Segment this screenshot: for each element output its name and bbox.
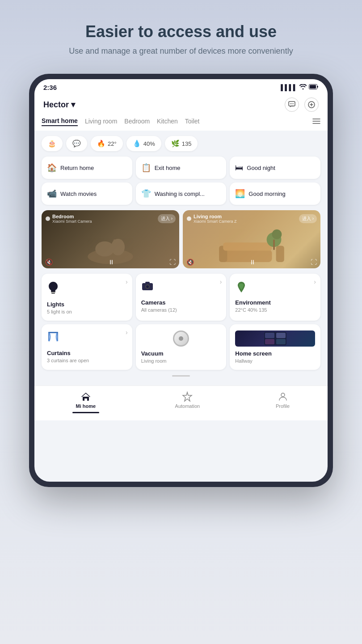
device-home-screen[interactable]: Home screen Hallway — [230, 324, 320, 370]
curtains-status: 3 curtains are open — [47, 358, 127, 363]
stat-chip-air[interactable]: 🌿 135 — [165, 136, 198, 151]
watch-movies-label: Watch movies — [60, 191, 97, 197]
tab-toilet[interactable]: Toilet — [185, 118, 200, 126]
curtains-icon — [47, 330, 127, 346]
svg-rect-21 — [51, 292, 55, 292]
stat-chip-cake[interactable]: 🎂 — [42, 136, 63, 151]
shortcut-watch-movies[interactable]: 📹 Watch movies — [42, 182, 132, 205]
main-content: 🎂 💬 🔥 22° 💧 40% 🌿 135 — [34, 131, 328, 386]
air-value: 135 — [182, 140, 192, 147]
devices-grid: › Lights 5 light is on › — [42, 274, 320, 370]
homescreen-thumbnail — [235, 330, 315, 347]
svg-rect-26 — [145, 282, 150, 284]
humidity-value: 40% — [143, 140, 155, 147]
svg-rect-17 — [223, 242, 272, 250]
nav-mi-home[interactable]: Mi home — [72, 391, 99, 413]
return-home-icon: 🏠 — [47, 163, 57, 173]
svg-rect-22 — [51, 293, 55, 294]
svg-rect-20 — [273, 240, 275, 250]
cameras-status: All cameras (12) — [141, 307, 221, 313]
camera-bedroom-sub: Xiaomi Smart Camera — [52, 219, 92, 224]
device-lights[interactable]: › Lights 5 light is on — [42, 274, 132, 321]
camera-living-enter[interactable]: 进入 › — [299, 214, 317, 223]
stat-chip-bubble[interactable]: 💬 — [66, 136, 87, 151]
good-morning-icon: 🌅 — [235, 189, 245, 199]
header-actions — [285, 97, 319, 112]
washing-icon: 👕 — [141, 189, 151, 199]
exit-home-icon: 📋 — [141, 163, 151, 173]
device-vacuum[interactable]: Vacuum Living room — [136, 324, 227, 370]
status-time: 2:36 — [43, 84, 57, 91]
lights-status: 5 light is on — [47, 309, 127, 314]
curtains-name: Curtains — [47, 350, 127, 356]
svg-point-5 — [293, 103, 294, 104]
return-home-label: Return home — [60, 165, 94, 171]
phone-screen: 2:36 ▌▌▌▌ Hecto — [34, 79, 328, 482]
device-environment[interactable]: › Environment 22°C 40% 135 — [230, 274, 320, 321]
user-name: Hector ▾ — [43, 100, 75, 110]
tab-bedroom[interactable]: Bedroom — [124, 118, 150, 126]
wifi-icon — [299, 84, 307, 91]
environment-name: Environment — [235, 299, 315, 306]
device-curtains[interactable]: › Curtains 3 curtains are open — [42, 324, 132, 370]
camera-bedroom-controls: 🔇 ⏸ ⛶ — [45, 258, 176, 266]
good-night-label: Good night — [247, 165, 275, 171]
stat-chip-humidity[interactable]: 💧 40% — [126, 136, 161, 151]
svg-point-4 — [291, 103, 292, 104]
nav-profile-label: Profile — [276, 403, 290, 409]
svg-point-38 — [281, 393, 285, 397]
bottom-nav: Mi home Automation Profile — [34, 386, 328, 420]
bedroom-mute-icon[interactable]: 🔇 — [45, 258, 53, 266]
homescreen-status: Hallway — [235, 358, 315, 364]
lights-name: Lights — [47, 301, 127, 308]
camera-bedroom-label: Bedroom Xiaomi Smart Camera — [45, 214, 92, 224]
svg-rect-33 — [265, 339, 274, 344]
shortcut-washing[interactable]: 👕 Washing is compl... — [136, 182, 227, 205]
living-expand-icon[interactable]: ⛶ — [311, 258, 317, 266]
homescreen-name: Home screen — [235, 350, 315, 357]
shortcut-good-night[interactable]: 🛏 Good night — [230, 157, 320, 179]
camera-living-room[interactable]: Living room Xiaomi Smart Camera Z 进入 › — [183, 210, 320, 268]
nav-automation-label: Automation — [175, 403, 200, 409]
living-mute-icon[interactable]: 🔇 — [186, 258, 194, 266]
device-cameras[interactable]: › Cameras All cameras (12) — [136, 274, 227, 321]
shortcut-exit-home[interactable]: 📋 Exit home — [136, 157, 227, 179]
shortcut-return-home[interactable]: 🏠 Return home — [42, 157, 132, 179]
camera-living-controls: 🔇 ⏸ ⛶ — [186, 258, 317, 266]
camera-bedroom-enter[interactable]: 进入 › — [158, 214, 176, 223]
svg-rect-1 — [310, 85, 316, 89]
bedroom-pause-icon[interactable]: ⏸ — [108, 258, 114, 266]
camera-living-label: Living room Xiaomi Smart Camera Z — [186, 214, 237, 224]
living-pause-icon[interactable]: ⏸ — [249, 258, 256, 266]
quick-stats-row: 🎂 💬 🔥 22° 💧 40% 🌿 135 — [42, 136, 320, 151]
nav-automation[interactable]: Automation — [175, 391, 200, 413]
tabs-menu-icon[interactable] — [312, 118, 320, 126]
svg-rect-29 — [48, 332, 58, 333]
add-button[interactable] — [304, 97, 319, 112]
user-selector[interactable]: Hector ▾ — [43, 100, 75, 110]
camera-living-sub: Xiaomi Smart Camera Z — [194, 219, 237, 224]
curtains-arrow-icon: › — [126, 329, 128, 336]
bedroom-expand-icon[interactable]: ⛶ — [169, 258, 176, 266]
message-button[interactable] — [285, 97, 299, 112]
phone-mockup: 2:36 ▌▌▌▌ Hecto — [29, 74, 333, 487]
nav-mi-home-label: Mi home — [76, 403, 96, 409]
svg-point-19 — [272, 229, 282, 239]
tab-living-room[interactable]: Living room — [85, 118, 117, 126]
tab-smart-home[interactable]: Smart home — [42, 117, 78, 126]
nav-profile[interactable]: Profile — [276, 391, 290, 413]
tab-kitchen[interactable]: Kitchen — [157, 118, 178, 126]
camera-bedroom-name: Bedroom — [52, 214, 92, 219]
stat-chip-temp[interactable]: 🔥 22° — [91, 136, 123, 151]
battery-icon — [309, 84, 319, 91]
shortcut-good-morning[interactable]: 🌅 Good morning — [230, 182, 320, 205]
svg-rect-28 — [57, 332, 58, 341]
exit-home-label: Exit home — [155, 165, 181, 171]
humidity-icon: 💧 — [133, 140, 141, 148]
lights-icon — [47, 280, 127, 297]
environment-status: 22°C 40% 135 — [235, 307, 315, 313]
nav-active-indicator — [72, 412, 99, 413]
camera-living-name: Living room — [194, 214, 237, 219]
camera-bedroom[interactable]: Bedroom Xiaomi Smart Camera 进入 › — [42, 210, 179, 268]
svg-rect-31 — [265, 333, 274, 338]
